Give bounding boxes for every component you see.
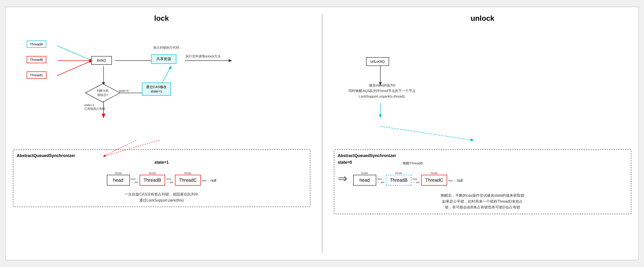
lock-box: lock() [91, 56, 112, 65]
unlock-box: unLock() [366, 57, 389, 66]
svg-text:判断当前: 判断当前 [97, 89, 109, 92]
lock-title: lock [13, 14, 310, 23]
threadb-node-label: Node [149, 171, 156, 175]
head-node-label: Node [115, 171, 122, 175]
lock-nodes-row: Node head next→ ←pre Node ThreadB [17, 167, 306, 190]
main-container: lock [6, 7, 639, 260]
unlock-threadb-node-content: ThreadB [390, 177, 408, 183]
head-node-container: Node head [107, 171, 130, 186]
lock-aqs-label: AbstractQueuedSynchronizer [17, 153, 306, 158]
big-right-arrow: ⇒ [338, 172, 348, 185]
threadc-node-box: ThreadC [175, 175, 201, 186]
thread-c-box: ThreadC [27, 72, 46, 79]
unlock-threadb-node-box: ThreadB [386, 175, 412, 186]
unlock-desc: 唤醒后，不断的cas操作尝试修改state的值来获取锁 如果是公平锁，此时再来一… [338, 192, 628, 210]
unlock-state-label: state=0 [338, 160, 352, 165]
threadb-node-container: Node ThreadB [140, 171, 165, 186]
arrow-threadc-null: next→ [202, 179, 210, 182]
unlock-threadb-node-container: Node ThreadB [386, 171, 412, 186]
unlock-flow-area: unLock() 修改state的值为0 同时唤醒AQS队列中head节点的下一… [334, 27, 631, 161]
exec-unlock-label: 执行完毕调用unlock方法 [186, 54, 220, 59]
lock-state-label: state=1 [17, 160, 306, 165]
judge-diamond: 判断当前 锁状态? [84, 83, 121, 103]
cas-text: 通过CAS修改 state=1 [146, 85, 167, 93]
unlock-nodes-with-arrow: ⇒ Node head next→ ←pre [338, 167, 628, 190]
svg-line-0 [57, 46, 92, 61]
unlock-title: unlock [334, 14, 631, 23]
unlock-threadb-node-label: Node [395, 171, 402, 175]
svg-line-2 [57, 61, 92, 76]
lock-flow-area: ThreadA ThreadB ThreadC lock() 共享资源 抢占到锁… [13, 27, 310, 161]
unlock-threadc-node-content: ThreadC [425, 177, 443, 183]
threadc-node-label: Node [184, 171, 191, 175]
unlock-arrow-threadc-null: next→ [448, 179, 456, 182]
seize-code-label: 抢占到锁执行代码 [153, 46, 179, 50]
unlock-threadc-node-container: Node ThreadC [421, 171, 447, 186]
svg-text:锁状态?: 锁状态? [97, 93, 108, 97]
null-label-left: null [211, 178, 216, 183]
unlock-aqs-label: AbstractQueuedSynchronizer [338, 153, 628, 158]
threadc-node-content: ThreadC [179, 177, 197, 183]
shared-resource-box: 共享资源 [151, 54, 176, 64]
head-node-content: head [113, 177, 124, 183]
threadb-node-content: ThreadB [144, 177, 161, 183]
state0-arrow-label: state=0 [119, 89, 129, 92]
head-node-box: head [107, 175, 130, 186]
cas-box: 通过CAS修改 state=1 [142, 83, 171, 96]
lock-aqs-container: AbstractQueuedSynchronizer state=1 Node … [13, 149, 310, 207]
section-divider [322, 14, 322, 253]
unlock-aqs-container: AbstractQueuedSynchronizer state=0 唤醒Thr… [334, 149, 631, 214]
unlock-nodes-row: Node head next→ ←pre Node ThreadB [351, 167, 628, 190]
lock-section: lock [13, 14, 310, 253]
svg-marker-11 [86, 84, 120, 102]
null-label-right: null [457, 178, 462, 183]
unlock-head-node-container: Node head [353, 171, 376, 186]
arrow-threadb-threadc: next→ ←pre [166, 177, 174, 184]
thread-a-box: ThreadA [27, 41, 46, 48]
unlock-threadc-node-label: Node [430, 171, 438, 175]
unlock-state-row: state=0 唤醒ThreadB [338, 160, 628, 167]
arrow-head-threadb: next→ ←pre [131, 177, 139, 184]
unlock-head-node-content: head [360, 177, 370, 183]
state1-arrow-label: state=1已有线程占有锁 [84, 103, 105, 111]
threadb-node-box: ThreadB [140, 175, 165, 186]
unlock-head-node-label: Node [361, 171, 368, 175]
unlock-head-node-box: head [353, 175, 376, 186]
wake-threadb-label: 唤醒ThreadB [403, 161, 423, 166]
svg-line-16 [380, 126, 473, 140]
unlock-arrow-threadb-threadc: next→ ←pre [412, 177, 420, 184]
lock-desc: 一次自旋CAS没有抢占到锁，就阻塞在队列中 通过LockSupport.park… [17, 191, 306, 203]
modify-state-text: 修改state的值为0 同时唤醒AQS队列中head节点的下一个节点 LockS… [343, 83, 421, 99]
thread-b-box: ThreadB [27, 56, 46, 63]
unlock-arrow-head-threadb: next→ ←pre [377, 177, 385, 184]
unlock-threadc-node-box: ThreadC [421, 175, 447, 186]
unlock-section: unlock [334, 14, 631, 253]
threadc-node-container: Node ThreadC [175, 171, 201, 186]
